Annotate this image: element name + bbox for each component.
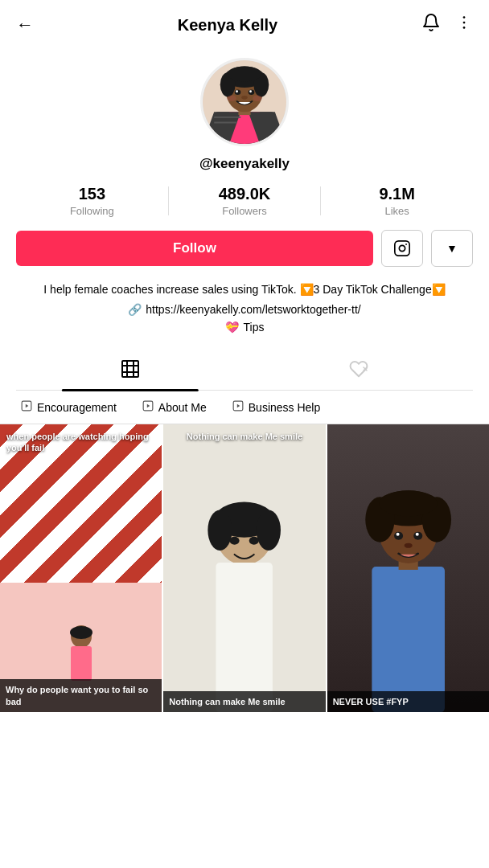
action-row: Follow ▼: [16, 230, 473, 267]
svg-marker-34: [26, 404, 28, 408]
playlist-encouragement-label: Encouragement: [37, 401, 117, 414]
tips-icon: 💝: [225, 321, 239, 334]
video-1-top-text: when people are watching hoping you'll f…: [0, 424, 162, 461]
svg-point-24: [399, 245, 405, 251]
bio-link-text: https://keenyakelly.com/letsworktogether…: [146, 303, 360, 316]
tips-label: Tips: [244, 321, 265, 334]
svg-point-15: [228, 67, 261, 82]
svg-point-22: [253, 95, 261, 101]
video-1-bottom-text: Why do people want you to fail so bad: [0, 679, 162, 712]
header: ← Keenya Kelly: [0, 0, 489, 50]
video-grid: when people are watching hoping you'll f…: [0, 424, 489, 712]
svg-marker-36: [147, 404, 150, 408]
svg-point-48: [249, 536, 259, 544]
playlist-encouragement[interactable]: Encouragement: [8, 391, 129, 424]
svg-point-44: [208, 510, 232, 550]
heart-outline-icon: [349, 359, 368, 383]
playlist-about-me[interactable]: About Me: [129, 391, 220, 424]
profile-section: @keenyakelly 153 Following 489.0K Follow…: [0, 50, 489, 391]
bio-text: I help female coaches increase sales usi…: [16, 281, 473, 298]
likes-label: Likes: [385, 205, 409, 217]
playlist-play-icon-3: [232, 400, 244, 414]
svg-point-18: [236, 90, 238, 92]
stats-row: 153 Following 489.0K Followers 9.1M Like…: [16, 185, 473, 217]
tips-row[interactable]: 💝 Tips: [16, 321, 473, 334]
likes-count: 9.1M: [379, 185, 414, 203]
svg-point-60: [404, 543, 412, 548]
tab-liked[interactable]: [244, 350, 473, 390]
video-cell-1[interactable]: when people are watching hoping you'll f…: [0, 424, 162, 712]
svg-point-19: [249, 90, 252, 92]
stat-following[interactable]: 153 Following: [16, 185, 168, 217]
svg-point-20: [241, 96, 248, 100]
following-count: 153: [79, 185, 105, 203]
link-icon: 🔗: [128, 303, 142, 316]
playlist-business-help-label: Business Help: [249, 401, 321, 414]
playlist-play-icon-2: [142, 400, 154, 414]
page-title: Keenya Kelly: [178, 16, 278, 35]
username: @keenyakelly: [199, 156, 290, 172]
svg-point-1: [463, 22, 466, 24]
svg-point-2: [463, 27, 466, 29]
svg-rect-23: [395, 241, 409, 256]
back-button[interactable]: ←: [16, 14, 34, 35]
tab-grid[interactable]: [16, 350, 244, 390]
svg-marker-38: [237, 404, 240, 408]
more-options-button[interactable]: ▼: [431, 230, 473, 267]
instagram-button[interactable]: [381, 230, 423, 267]
playlist-row: Encouragement About Me Business Help: [0, 391, 489, 424]
svg-point-58: [396, 532, 399, 535]
stat-followers[interactable]: 489.0K Followers: [169, 185, 321, 217]
svg-point-55: [379, 490, 437, 516]
follow-button[interactable]: Follow: [16, 231, 373, 266]
notification-icon[interactable]: [421, 13, 441, 37]
avatar[interactable]: [200, 58, 289, 146]
svg-rect-41: [71, 646, 92, 681]
svg-point-40: [70, 626, 92, 639]
more-options-icon[interactable]: [455, 14, 473, 36]
svg-point-59: [415, 532, 418, 535]
svg-point-25: [405, 244, 407, 245]
svg-rect-46: [216, 563, 273, 712]
svg-point-47: [230, 536, 240, 544]
dropdown-arrow-icon: ▼: [446, 242, 458, 255]
playlist-about-me-label: About Me: [158, 401, 207, 414]
video-cell-2[interactable]: Nothing can make Me smile Nothing can ma…: [163, 424, 325, 712]
svg-point-21: [227, 95, 236, 101]
video-3-bottom-text: NEVER USE #FYP: [327, 691, 489, 712]
grid-icon: [121, 359, 140, 383]
svg-point-45: [257, 510, 281, 550]
bio-link[interactable]: 🔗 https://keenyakelly.com/letsworktogeth…: [16, 303, 473, 316]
svg-rect-30: [122, 361, 138, 377]
svg-point-0: [463, 16, 466, 18]
playlist-play-icon: [21, 400, 32, 414]
playlist-business-help[interactable]: Business Help: [220, 391, 334, 424]
following-label: Following: [70, 205, 114, 217]
video-cell-3[interactable]: NEVER USE #FYP: [327, 424, 489, 712]
bio-section: I help female coaches increase sales usi…: [16, 281, 473, 334]
followers-count: 489.0K: [219, 185, 271, 203]
video-2-top-text: Nothing can make Me smile: [163, 424, 325, 448]
stat-likes[interactable]: 9.1M Likes: [321, 185, 473, 217]
tabs-row: [16, 350, 473, 391]
header-icons: [421, 13, 473, 37]
video-2-bottom-text: Nothing can make Me smile: [163, 691, 325, 712]
followers-label: Followers: [222, 205, 267, 217]
